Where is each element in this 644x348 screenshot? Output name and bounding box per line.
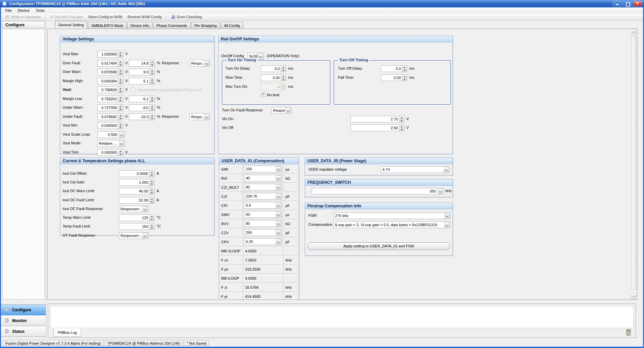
spinner[interactable] xyxy=(399,116,404,122)
under-warn-field[interactable]: 0.727058 xyxy=(97,104,123,111)
spin-down-icon[interactable] xyxy=(118,152,123,155)
compensation-combo[interactable]: ILoop gain = 2, VLoop gain = 0.5, data b… xyxy=(333,221,450,228)
spin-down-icon[interactable] xyxy=(402,69,407,72)
chevron-down-icon[interactable] xyxy=(119,132,124,137)
error-checking-button[interactable]: Error Checking xyxy=(169,14,204,20)
vout-field[interactable]: 0.798828 xyxy=(97,86,123,93)
iout-cal-offset-field[interactable]: 0.0000 xyxy=(119,170,155,177)
chevron-down-icon[interactable] xyxy=(276,184,281,190)
chevron-down-icon[interactable] xyxy=(142,206,148,212)
vout-min-field[interactable]: 0.500000 xyxy=(97,122,123,129)
spin-down-icon[interactable] xyxy=(118,54,123,57)
spinner[interactable] xyxy=(281,75,286,81)
turn-on-fault-response-combo[interactable]: Respons... xyxy=(271,107,292,114)
spin-up-icon[interactable] xyxy=(150,78,155,81)
sidebar-splitter[interactable]: ······ xyxy=(1,301,46,304)
spin-up-icon[interactable] xyxy=(118,69,123,72)
turn-off-delay-field[interactable]: 0.0 xyxy=(381,65,407,72)
chevron-down-icon[interactable] xyxy=(142,233,148,238)
no-limit-checkbox[interactable] xyxy=(261,93,265,97)
chevron-down-icon[interactable] xyxy=(276,194,281,199)
vout-max-field[interactable]: 1.500000 xyxy=(97,51,123,58)
spin-down-icon[interactable] xyxy=(149,191,154,194)
spin-up-icon[interactable] xyxy=(118,60,123,63)
gmv-combo[interactable]: 50 xyxy=(244,211,282,218)
spin-up-icon[interactable] xyxy=(399,116,404,119)
spin-down-icon[interactable] xyxy=(402,78,407,81)
czv-combo[interactable]: 250 xyxy=(244,229,282,236)
discard-changes-button[interactable]: ✕ Discard Changes xyxy=(48,14,85,20)
apply-setting-button[interactable]: Apply setting to USER_DATA_01 and FSW xyxy=(308,242,450,250)
under-fault-response-combo[interactable]: Respo... xyxy=(190,113,210,120)
under-fault-pct-field[interactable]: -15.0 xyxy=(129,113,155,120)
spin-down-icon[interactable] xyxy=(281,78,286,81)
spin-down-icon[interactable] xyxy=(118,99,123,102)
spinner[interactable] xyxy=(118,114,123,120)
over-warn-field[interactable]: 0.870598 xyxy=(97,69,123,75)
spinner[interactable] xyxy=(399,125,404,131)
spin-up-icon[interactable] xyxy=(402,75,407,78)
spin-up-icon[interactable] xyxy=(150,114,155,117)
spin-down-icon[interactable] xyxy=(150,108,155,111)
menu-tools[interactable]: Tools xyxy=(33,8,48,13)
under-fault-field[interactable]: 0.678692 xyxy=(97,113,123,120)
spin-down-icon[interactable] xyxy=(281,69,286,72)
chevron-down-icon[interactable] xyxy=(258,54,263,59)
chevron-down-icon[interactable] xyxy=(444,222,450,228)
spin-down-icon[interactable] xyxy=(149,200,154,203)
spin-up-icon[interactable] xyxy=(118,123,123,126)
sidebar-item-configure[interactable]: Configure xyxy=(1,305,46,315)
margin-low-pct-field[interactable]: -5.1 xyxy=(129,96,155,102)
spinner[interactable] xyxy=(402,66,407,72)
frequency-switch-combo[interactable]: 550 xyxy=(312,188,444,195)
spin-up-icon[interactable] xyxy=(149,188,154,191)
chevron-down-icon[interactable] xyxy=(119,141,124,146)
chevron-down-icon[interactable] xyxy=(276,175,281,181)
maximize-button[interactable] xyxy=(623,1,632,6)
spinner[interactable] xyxy=(118,123,123,129)
spin-down-icon[interactable] xyxy=(118,81,123,84)
temp-warn-field[interactable]: 125 xyxy=(119,214,155,221)
chevron-down-icon[interactable] xyxy=(276,230,281,235)
rise-time-field[interactable]: 3.00 xyxy=(261,74,286,81)
spin-down-icon[interactable] xyxy=(118,63,123,66)
spin-up-icon[interactable] xyxy=(402,66,407,69)
over-fault-pct-field[interactable]: 14.8 xyxy=(129,60,155,67)
rvv-combo[interactable]: 80 xyxy=(244,220,282,227)
spin-up-icon[interactable] xyxy=(149,223,154,227)
spin-down-icon[interactable] xyxy=(399,128,404,131)
spinner[interactable] xyxy=(149,105,155,111)
vin-off-field[interactable]: 2.50 xyxy=(350,125,404,131)
spin-up-icon[interactable] xyxy=(281,66,286,69)
over-fault-field[interactable]: 0.917404 xyxy=(97,60,123,67)
spin-down-icon[interactable] xyxy=(399,119,404,122)
spin-up-icon[interactable] xyxy=(118,78,123,81)
spin-down-icon[interactable] xyxy=(150,63,155,66)
spinner[interactable] xyxy=(402,75,407,81)
spin-up-icon[interactable] xyxy=(150,105,155,108)
spinner[interactable] xyxy=(149,114,155,120)
menu-file[interactable]: File xyxy=(2,8,15,13)
sync-margins-checkbox[interactable] xyxy=(131,88,135,92)
chevron-down-icon[interactable] xyxy=(276,166,281,172)
chevron-down-icon[interactable] xyxy=(204,114,209,119)
spinner[interactable] xyxy=(149,223,154,230)
spinner[interactable] xyxy=(149,188,154,194)
vdd5-combo[interactable]: 4.7V xyxy=(381,166,450,173)
write-to-hardware-button[interactable]: Write to Hardware xyxy=(3,14,43,20)
spinner[interactable] xyxy=(281,66,286,72)
spin-up-icon[interactable] xyxy=(118,105,123,108)
fall-time-field[interactable]: 0.50 xyxy=(381,74,407,81)
spin-down-icon[interactable] xyxy=(150,117,155,120)
spinner[interactable] xyxy=(149,179,154,185)
under-warn-pct-field[interactable]: -9.0 xyxy=(129,104,155,111)
spin-up-icon[interactable] xyxy=(118,114,123,117)
spinner[interactable] xyxy=(149,197,154,203)
spinner[interactable] xyxy=(118,96,123,102)
spin-up-icon[interactable] xyxy=(118,149,123,152)
spinner[interactable] xyxy=(149,60,155,66)
czi-combo[interactable]: 239.76 xyxy=(244,193,282,200)
clear-log-trash-icon[interactable] xyxy=(625,329,632,336)
spin-down-icon[interactable] xyxy=(149,182,154,185)
chevron-down-icon[interactable] xyxy=(276,239,281,244)
